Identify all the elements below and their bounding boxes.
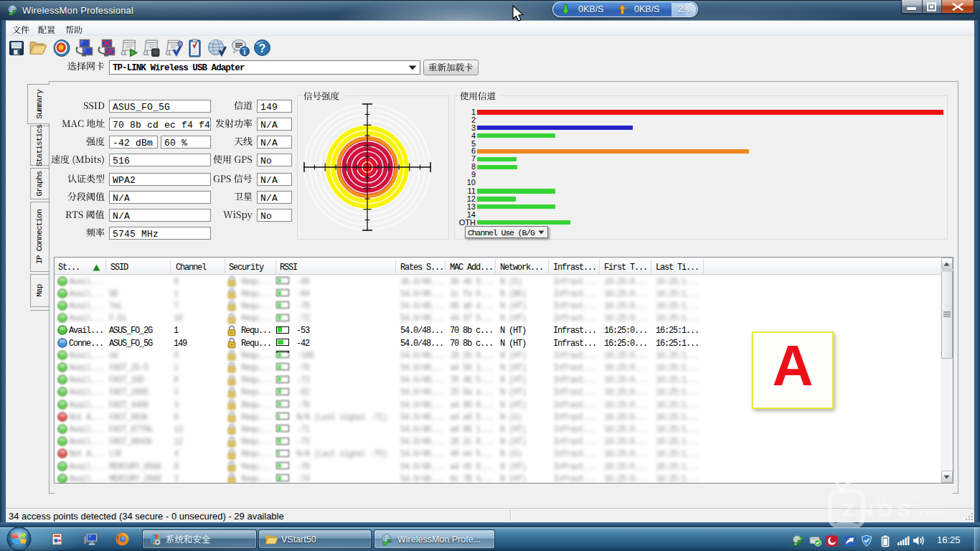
svg-text:i: i bbox=[244, 48, 246, 56]
svg-text:?: ? bbox=[259, 42, 266, 55]
